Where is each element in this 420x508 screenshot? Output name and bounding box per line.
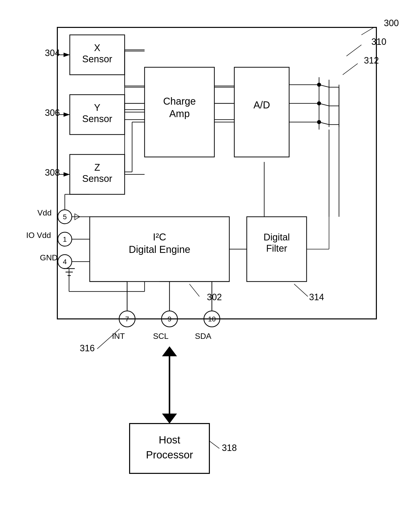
vdd-pin-number: 5: [63, 213, 67, 221]
ref-314: 314: [309, 292, 324, 302]
svg-line-55: [209, 441, 219, 448]
ref-300: 300: [384, 18, 399, 28]
x-sensor-label-1: X: [94, 43, 100, 53]
svg-line-7: [294, 284, 308, 296]
vdd-label: Vdd: [37, 208, 52, 217]
int-pin-number: 7: [125, 315, 129, 323]
y-sensor-label-2: Sensor: [82, 114, 112, 124]
diagram-container: 300 310 312 X Sensor 304 Y Sensor 306 Z …: [20, 12, 399, 498]
scl-pin-number: 9: [168, 315, 171, 323]
sda-pin-number: 10: [208, 315, 216, 323]
ad-label-1: A/D: [253, 99, 270, 110]
ad-box: [234, 67, 289, 157]
ref-310: 310: [371, 37, 386, 47]
host-processor-label-1: Host: [159, 434, 180, 446]
charge-amp-label-1: Charge: [163, 96, 196, 107]
host-processor-box: [130, 424, 209, 473]
ref-318: 318: [222, 443, 237, 453]
ref-302: 302: [207, 292, 222, 302]
svg-line-6: [189, 284, 199, 296]
gnd-pin-number: 4: [63, 258, 67, 266]
svg-line-0: [361, 27, 374, 35]
main-box: [57, 27, 376, 319]
i2c-label-2: Digital Engine: [129, 244, 190, 255]
ref-312: 312: [364, 55, 379, 66]
scl-label: SCL: [153, 332, 168, 341]
digital-filter-label-1: Digital: [263, 232, 290, 242]
iovdd-label: IO Vdd: [26, 231, 51, 240]
sda-label: SDA: [195, 332, 211, 341]
host-processor-label-2: Processor: [146, 449, 193, 461]
svg-line-1: [346, 45, 361, 56]
charge-amp-label-2: Amp: [169, 108, 190, 119]
z-sensor-label-2: Sensor: [82, 173, 112, 184]
y-sensor-label-1: Y: [94, 102, 100, 113]
svg-line-2: [343, 64, 358, 75]
gnd-label: GND: [40, 253, 58, 262]
ref-308: 308: [45, 167, 60, 178]
i2c-label-1: I²C: [153, 231, 166, 242]
ref-306: 306: [45, 108, 60, 118]
arrow-down: [162, 414, 177, 424]
ref-316: 316: [80, 343, 95, 353]
ref-304: 304: [45, 48, 60, 58]
digital-filter-label-2: Filter: [266, 243, 287, 254]
z-sensor-label-1: Z: [94, 162, 100, 173]
arrow-up: [162, 346, 177, 356]
x-sensor-label-2: Sensor: [82, 54, 112, 64]
int-label: INT: [112, 332, 125, 341]
iovdd-pin-number: 1: [63, 235, 67, 243]
